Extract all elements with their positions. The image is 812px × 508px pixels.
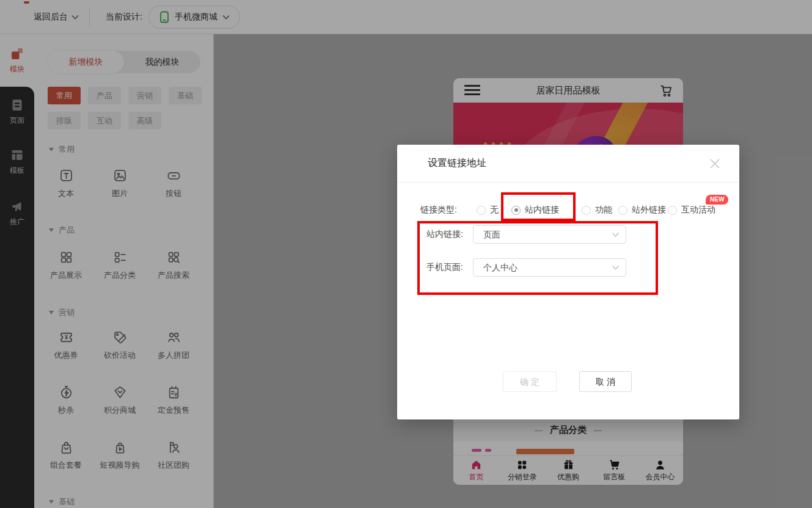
- close-icon[interactable]: [709, 158, 721, 170]
- chevron-down-icon: [612, 265, 620, 270]
- radio-external-link[interactable]: 站外链接: [618, 203, 666, 217]
- radio-label: 功能: [595, 205, 612, 216]
- cancel-button[interactable]: 取 消: [579, 371, 632, 392]
- select-value: 页面: [483, 230, 500, 241]
- confirm-button[interactable]: 确 定: [503, 371, 557, 392]
- modal-title: 设置链接地址: [428, 157, 486, 170]
- mobile-page-field-row: 手机页面: 个人中心: [397, 258, 739, 277]
- radio-circle: [668, 206, 677, 215]
- mobile-page-select[interactable]: 个人中心: [473, 258, 626, 277]
- internal-link-select[interactable]: 页面: [473, 225, 626, 244]
- radio-label: 站外链接: [632, 205, 666, 216]
- chevron-down-icon: [612, 232, 620, 238]
- field-label: 站内链接:: [426, 229, 463, 240]
- set-link-modal: 设置链接地址 链接类型: 无 站内链接 功能 站外链接 互动: [397, 145, 739, 419]
- select-value: 个人中心: [483, 263, 518, 274]
- radio-none[interactable]: 无: [477, 203, 499, 217]
- modal-divider: [397, 182, 739, 183]
- app-window: 返回后台 当前设计: 手机微商城 模块 页面 模板 推广: [0, 0, 812, 508]
- link-type-row: 链接类型: 无 站内链接 功能 站外链接 互动活动 NEW: [397, 203, 739, 217]
- radio-label: 互动活动: [681, 205, 715, 216]
- radio-function[interactable]: 功能: [582, 203, 612, 217]
- radio-circle: [582, 206, 591, 215]
- radio-circle: [511, 206, 521, 215]
- link-type-label: 链接类型:: [420, 205, 457, 216]
- radio-internal-link[interactable]: 站内链接: [511, 203, 559, 217]
- radio-label: 站内链接: [525, 205, 559, 216]
- radio-interactive-activity[interactable]: 互动活动: [668, 203, 715, 217]
- radio-circle: [477, 206, 486, 215]
- radio-circle: [618, 206, 627, 215]
- new-badge: NEW: [706, 195, 728, 205]
- radio-label: 无: [490, 205, 499, 216]
- field-label: 手机页面:: [426, 262, 463, 273]
- internal-link-field-row: 站内链接: 页面: [397, 225, 739, 244]
- modal-buttons: 确 定 取 消: [397, 371, 739, 392]
